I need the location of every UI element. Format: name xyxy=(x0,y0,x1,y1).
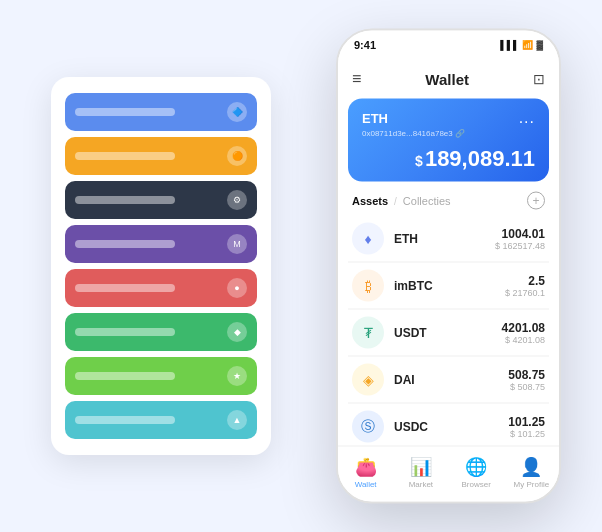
browser-nav-label: Browser xyxy=(461,480,490,489)
usdt-info: USDT xyxy=(394,326,502,340)
usdc-info: USDC xyxy=(394,420,508,434)
phone: 9:41 ▌▌▌ 📶 ▓ ≡ Wallet ⊡ ETH ... 0x08711d… xyxy=(336,29,561,504)
card-icon-3: ⚙ xyxy=(227,190,247,210)
card-icon-6: ◆ xyxy=(227,322,247,342)
nav-browser[interactable]: 🌐 Browser xyxy=(449,456,504,489)
imbtc-usd: $ 21760.1 xyxy=(505,288,545,298)
imbtc-values: 2.5 $ 21760.1 xyxy=(505,274,545,298)
eth-icon: ♦ xyxy=(352,223,384,255)
usdc-values: 101.25 $ 101.25 xyxy=(508,415,545,439)
card-item-3[interactable]: ⚙ xyxy=(65,181,257,219)
signal-icon: ▌▌▌ xyxy=(500,40,519,50)
card-text-5 xyxy=(75,284,175,292)
profile-nav-label: My Profile xyxy=(514,480,550,489)
imbtc-icon: ₿ xyxy=(352,270,384,302)
scene: 🔷 🟠 ⚙ M ● ◆ ★ ▲ xyxy=(21,21,581,511)
card-stack: 🔷 🟠 ⚙ M ● ◆ ★ ▲ xyxy=(51,77,271,455)
profile-nav-icon: 👤 xyxy=(520,456,542,478)
wifi-icon: 📶 xyxy=(522,40,533,50)
wallet-nav-label: Wallet xyxy=(355,480,377,489)
imbtc-amount: 2.5 xyxy=(505,274,545,288)
eth-card-address: 0x08711d3e...8416a78e3 🔗 xyxy=(362,129,535,138)
eth-name: ETH xyxy=(394,232,495,246)
status-time: 9:41 xyxy=(354,39,376,51)
usdc-amount: 101.25 xyxy=(508,415,545,429)
market-nav-label: Market xyxy=(409,480,433,489)
card-icon-7: ★ xyxy=(227,366,247,386)
phone-header: ≡ Wallet ⊡ xyxy=(338,59,559,99)
card-icon-1: 🔷 xyxy=(227,102,247,122)
usdc-name: USDC xyxy=(394,420,508,434)
tab-collecties[interactable]: Collecties xyxy=(403,195,451,207)
card-item-8[interactable]: ▲ xyxy=(65,401,257,439)
dai-usd: $ 508.75 xyxy=(508,382,545,392)
dai-name: DAI xyxy=(394,373,508,387)
nav-wallet[interactable]: 👛 Wallet xyxy=(338,456,393,489)
card-text-1 xyxy=(75,108,175,116)
card-text-2 xyxy=(75,152,175,160)
card-icon-4: M xyxy=(227,234,247,254)
add-icon: + xyxy=(532,194,539,208)
card-text-6 xyxy=(75,328,175,336)
dai-icon: ◈ xyxy=(352,364,384,396)
card-item-5[interactable]: ● xyxy=(65,269,257,307)
card-icon-8: ▲ xyxy=(227,410,247,430)
usdt-name: USDT xyxy=(394,326,502,340)
eth-usd: $ 162517.48 xyxy=(495,241,545,251)
eth-info: ETH xyxy=(394,232,495,246)
assets-header: Assets / Collecties + xyxy=(338,190,559,216)
tab-separator: / xyxy=(394,195,397,206)
browser-nav-icon: 🌐 xyxy=(465,456,487,478)
eth-card[interactable]: ETH ... 0x08711d3e...8416a78e3 🔗 $189,08… xyxy=(348,99,549,182)
asset-row-usdc[interactable]: Ⓢ USDC 101.25 $ 101.25 xyxy=(348,404,549,446)
asset-row-dai[interactable]: ◈ DAI 508.75 $ 508.75 xyxy=(348,357,549,404)
card-text-7 xyxy=(75,372,175,380)
imbtc-info: imBTC xyxy=(394,279,505,293)
asset-row-imbtc[interactable]: ₿ imBTC 2.5 $ 21760.1 xyxy=(348,263,549,310)
asset-row-eth[interactable]: ♦ ETH 1004.01 $ 162517.48 xyxy=(348,216,549,263)
dai-values: 508.75 $ 508.75 xyxy=(508,368,545,392)
dai-info: DAI xyxy=(394,373,508,387)
status-bar: 9:41 ▌▌▌ 📶 ▓ xyxy=(338,31,559,59)
usdt-usd: $ 4201.08 xyxy=(502,335,545,345)
menu-icon[interactable]: ≡ xyxy=(352,70,361,88)
card-item-4[interactable]: M xyxy=(65,225,257,263)
eth-card-menu[interactable]: ... xyxy=(519,109,535,127)
imbtc-name: imBTC xyxy=(394,279,505,293)
eth-card-balance: $189,089.11 xyxy=(362,146,535,172)
card-text-8 xyxy=(75,416,175,424)
card-item-2[interactable]: 🟠 xyxy=(65,137,257,175)
battery-icon: ▓ xyxy=(536,40,543,50)
dai-amount: 508.75 xyxy=(508,368,545,382)
wallet-nav-icon: 👛 xyxy=(355,456,377,478)
status-icons: ▌▌▌ 📶 ▓ xyxy=(500,40,543,50)
tab-assets[interactable]: Assets xyxy=(352,195,388,207)
assets-tabs: Assets / Collecties xyxy=(352,195,451,207)
eth-card-top: ETH ... xyxy=(362,109,535,127)
market-nav-icon: 📊 xyxy=(410,456,432,478)
add-asset-button[interactable]: + xyxy=(527,192,545,210)
card-text-4 xyxy=(75,240,175,248)
bottom-nav: 👛 Wallet 📊 Market 🌐 Browser 👤 My Profile xyxy=(338,446,559,502)
nav-market[interactable]: 📊 Market xyxy=(393,456,448,489)
usdt-amount: 4201.08 xyxy=(502,321,545,335)
nav-profile[interactable]: 👤 My Profile xyxy=(504,456,559,489)
balance-symbol: $ xyxy=(415,153,423,169)
card-item-7[interactable]: ★ xyxy=(65,357,257,395)
usdc-usd: $ 101.25 xyxy=(508,429,545,439)
asset-row-usdt[interactable]: ₮ USDT 4201.08 $ 4201.08 xyxy=(348,310,549,357)
usdt-values: 4201.08 $ 4201.08 xyxy=(502,321,545,345)
balance-value: 189,089.11 xyxy=(425,146,535,171)
page-title: Wallet xyxy=(425,70,469,87)
eth-amount: 1004.01 xyxy=(495,227,545,241)
usdc-icon: Ⓢ xyxy=(352,411,384,443)
eth-card-label: ETH xyxy=(362,110,388,125)
scan-icon[interactable]: ⊡ xyxy=(533,71,545,87)
card-icon-5: ● xyxy=(227,278,247,298)
card-icon-2: 🟠 xyxy=(227,146,247,166)
card-item-1[interactable]: 🔷 xyxy=(65,93,257,131)
eth-values: 1004.01 $ 162517.48 xyxy=(495,227,545,251)
usdt-icon: ₮ xyxy=(352,317,384,349)
card-item-6[interactable]: ◆ xyxy=(65,313,257,351)
asset-list: ♦ ETH 1004.01 $ 162517.48 ₿ imBTC 2.5 $ … xyxy=(338,216,559,446)
